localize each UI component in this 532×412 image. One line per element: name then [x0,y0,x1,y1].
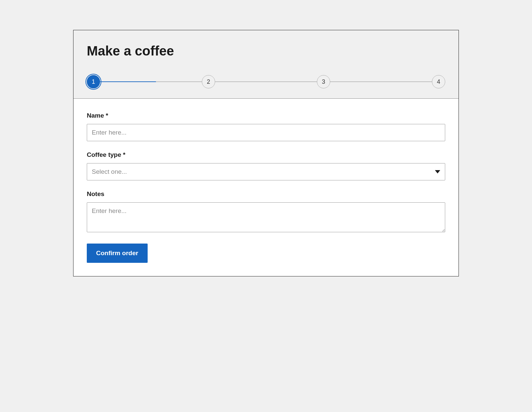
form-section: Name * Coffee type * Select one... Notes… [73,99,459,276]
step-line-2-3 [215,81,317,82]
coffee-type-field-group: Coffee type * Select one... [87,151,445,180]
confirm-order-button[interactable]: Confirm order [87,244,148,263]
step-line-remaining [215,81,317,82]
step-1[interactable]: 1 [87,75,100,88]
name-field-group: Name * [87,112,445,141]
step-line-remaining [330,81,432,82]
step-line-1-2 [100,81,202,82]
chevron-down-icon [435,170,440,173]
step-4[interactable]: 4 [432,75,445,88]
coffee-type-placeholder: Select one... [92,168,127,175]
step-line-progress [100,81,156,82]
page-title: Make a coffee [87,44,445,58]
step-line-remaining [156,81,202,82]
name-label: Name * [87,112,445,119]
step-1-label: 1 [92,78,95,85]
notes-label: Notes [87,190,445,198]
notes-field-group: Notes [87,190,445,234]
step-2-label: 2 [207,78,210,85]
step-3[interactable]: 3 [317,75,330,88]
form-container: Make a coffee 1 2 3 4 [73,30,459,276]
coffee-type-select-control[interactable]: Select one... [87,163,445,180]
step-3-label: 3 [322,78,325,85]
coffee-type-label: Coffee type * [87,151,445,158]
progress-stepper: 1 2 3 4 [87,75,445,88]
step-2[interactable]: 2 [202,75,215,88]
name-input[interactable] [87,124,445,141]
step-line-3-4 [330,81,432,82]
step-4-label: 4 [437,78,440,85]
notes-textarea[interactable] [87,202,445,232]
header-section: Make a coffee 1 2 3 4 [73,30,459,99]
coffee-type-select[interactable]: Select one... [87,163,445,180]
